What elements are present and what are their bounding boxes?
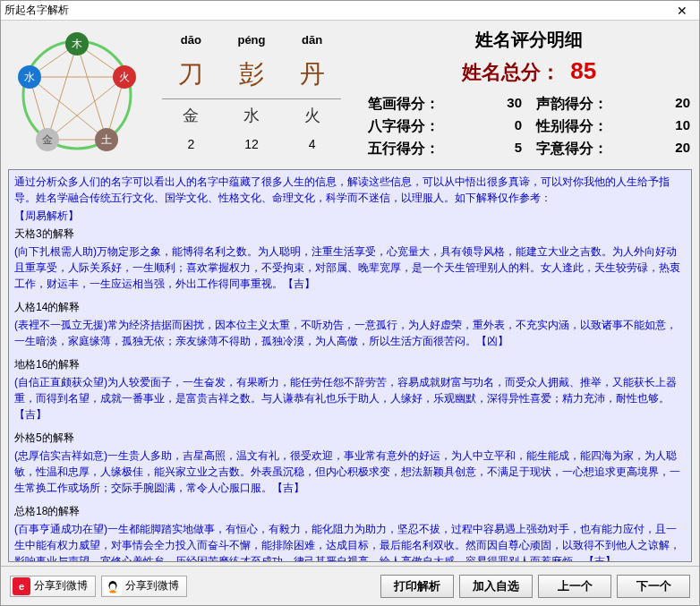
five-elements-diagram: 木 火 土 金 水 <box>10 28 144 162</box>
tiange-title: 天格3的解释 <box>14 226 686 242</box>
sub-score-gender: 性别得分：10 <box>536 117 690 136</box>
dige-title: 地格16的解释 <box>14 356 686 372</box>
svg-text:土: 土 <box>101 133 112 146</box>
intro-text: 通过分析众多人们的名字可以看出人的名字中蕴藏了很多人生的信息，解读这些信息，可以… <box>14 174 686 206</box>
titlebar: 所起名字解析 ✕ <box>1 1 699 21</box>
renge-body: (表裡不一孤立无援)常为经济拮据而困扰，因本位主义太重，不听劝告，一意孤行，为人… <box>14 317 686 349</box>
char-2: 丹 <box>283 52 341 99</box>
dige-body: (自信正直颇获众望)为人较爱面子，一生奋发，有果断力，能任劳任怨不辞劳苦，容易成… <box>14 374 686 422</box>
stroke-0: 2 <box>162 132 220 157</box>
total-score-label: 姓名总分： <box>462 61 560 83</box>
svg-point-23 <box>109 590 116 593</box>
elem-1: 水 <box>220 99 283 132</box>
add-favorite-button[interactable]: 加入自选 <box>459 575 533 598</box>
pinyin-0: dāo <box>162 28 220 52</box>
footer-toolbar: e 分享到微博 分享到微博 打印解析 加入自选 上一个 下一个 <box>1 566 699 605</box>
sub-score-sound: 声韵得分：20 <box>536 95 690 114</box>
total-score-value: 85 <box>570 57 596 84</box>
stroke-1: 12 <box>220 132 283 157</box>
next-button[interactable]: 下一个 <box>617 575 690 598</box>
elem-2: 火 <box>283 99 341 132</box>
stroke-2: 4 <box>283 132 341 157</box>
qq-icon <box>104 577 122 595</box>
char-0: 刀 <box>162 52 220 99</box>
svg-line-10 <box>47 44 77 140</box>
main-window: 所起名字解析 ✕ <box>0 0 700 606</box>
close-icon: ✕ <box>677 4 687 18</box>
print-button[interactable]: 打印解析 <box>380 575 454 598</box>
sub-score-wuxing: 五行得分：5 <box>368 140 522 158</box>
sub-score-meaning: 字意得分：20 <box>536 140 690 158</box>
sub-score-bazi: 八字得分：0 <box>368 117 522 136</box>
elem-0: 金 <box>162 99 220 132</box>
svg-line-6 <box>77 44 107 140</box>
zongge-title: 总格18的解释 <box>14 503 686 519</box>
renge-title: 人格14的解释 <box>14 299 686 315</box>
close-button[interactable]: ✕ <box>669 2 696 20</box>
svg-text:金: 金 <box>42 133 53 146</box>
waige-title: 外格5的解释 <box>14 430 686 446</box>
name-table: dāo péng dān 刀 彭 丹 金 水 火 2 12 4 <box>162 28 341 162</box>
char-1: 彭 <box>220 52 283 99</box>
score-header: 姓名评分明细 <box>368 28 690 52</box>
share-qq-button[interactable]: 分享到微博 <box>101 576 187 597</box>
sub-score-strokes: 笔画得分：30 <box>368 95 522 114</box>
pinyin-2: dān <box>283 28 341 52</box>
svg-text:木: 木 <box>72 38 82 50</box>
waige-body: (忠厚信实吉祥如意)一生贵人多助，吉星高照，温文有礼，很受欢迎，事业常有意外的好… <box>14 448 686 496</box>
svg-text:水: 水 <box>24 71 35 83</box>
analysis-textarea[interactable]: 通过分析众多人们的名字可以看出人的名字中蕴藏了很多人生的信息，解读这些信息，可以… <box>8 169 692 562</box>
score-panel: 姓名评分明细 姓名总分： 85 笔画得分：30 声韵得分：20 八字得分：0 性… <box>368 28 690 162</box>
tiange-body: (向下扎根需人助)万物定形之象，能博得名利之数。为人聪明，注重生活享受，心宽量大… <box>14 243 686 292</box>
svg-point-22 <box>110 584 116 591</box>
total-score-row: 姓名总分： 85 <box>368 57 690 86</box>
prev-button[interactable]: 上一个 <box>538 575 611 598</box>
pinyin-1: péng <box>220 28 283 52</box>
weibo-icon: e <box>13 577 30 595</box>
share-weibo-button[interactable]: e 分享到微博 <box>10 576 96 597</box>
zongge-body: (百事亨通成功在望)一生都能脚踏实地做事，有恒心，有毅力，能化阻力为助力，坚忍不… <box>14 521 686 562</box>
svg-text:火: 火 <box>119 71 130 83</box>
window-title: 所起名字解析 <box>4 3 669 18</box>
top-panel: 木 火 土 金 水 dāo péng dān 刀 彭 丹 <box>1 21 699 166</box>
zhouyi-header: 【周易解析】 <box>14 208 686 224</box>
